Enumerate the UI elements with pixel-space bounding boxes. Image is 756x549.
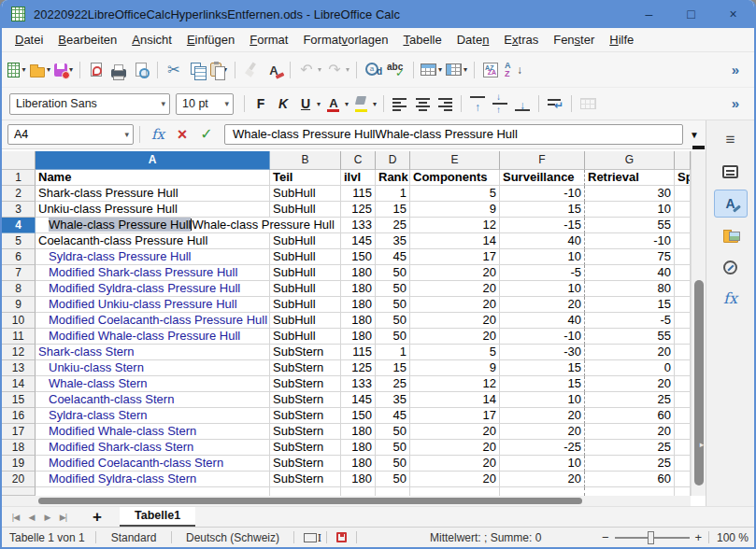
cut-button[interactable]	[163, 57, 185, 83]
cell-H19[interactable]	[675, 456, 691, 472]
sheet-count[interactable]: Tabelle 1 von 1	[2, 531, 95, 544]
cell-clipped[interactable]	[500, 487, 585, 496]
cell-D2[interactable]: 1	[376, 186, 410, 202]
redo-button[interactable]: ▾	[323, 57, 351, 83]
cell-E7[interactable]: 20	[410, 265, 500, 281]
chevron-down-icon[interactable]: ▾	[47, 65, 50, 74]
cell-G11[interactable]: 55	[585, 329, 675, 345]
cell-C17[interactable]: 180	[341, 424, 376, 440]
cancel-button[interactable]: ×	[170, 122, 194, 147]
cell-G19[interactable]: 25	[585, 456, 675, 472]
row-header-20[interactable]: 20	[2, 472, 36, 487]
cell-B2[interactable]: SubHull	[270, 186, 341, 202]
first-sheet-button[interactable]: |◀	[7, 508, 23, 527]
row-header-13[interactable]: 13	[2, 360, 36, 376]
insert-column-button[interactable]: ▾	[444, 57, 469, 83]
cell-H6[interactable]	[675, 249, 691, 265]
menu-einfuegen[interactable]: Einfügen	[179, 28, 242, 52]
menu-extras[interactable]: Extras	[496, 28, 546, 52]
cell-H3[interactable]	[675, 202, 691, 218]
cell-E15[interactable]: 14	[410, 392, 500, 408]
chevron-down-icon[interactable]: ▾	[346, 65, 349, 74]
cell-G13[interactable]: 0	[585, 360, 675, 376]
cell-H13[interactable]	[675, 360, 691, 376]
sheet-tab-tabelle1[interactable]: Tabelle1	[120, 507, 195, 528]
cell-G12[interactable]: 20	[585, 345, 675, 360]
selection-summary[interactable]: Mittelwert: ; Summe: 0	[422, 531, 549, 544]
cell-G3[interactable]: 10	[585, 202, 675, 218]
cell-C14[interactable]: 133	[341, 376, 376, 392]
cell-B9[interactable]: SubHull	[270, 297, 341, 313]
cell-D5[interactable]: 35	[376, 233, 410, 249]
highlight-color-button[interactable]: ▾	[350, 91, 378, 117]
horizontal-scrollbar-thumb[interactable]	[38, 498, 582, 504]
print-button[interactable]	[107, 57, 130, 83]
cell-H18[interactable]	[675, 440, 691, 456]
bold-button[interactable]: F	[250, 91, 272, 117]
cell-C1[interactable]: ilvl	[341, 170, 376, 186]
cell-F10[interactable]: 40	[500, 313, 585, 329]
cell-D8[interactable]: 50	[376, 281, 410, 297]
document-modified-icon[interactable]	[336, 532, 347, 542]
column-header-E[interactable]: E	[410, 151, 500, 170]
cell-edit-A4[interactable]: Whale-class Pressure HullWhale-class Pre…	[36, 218, 341, 233]
toolbar2-overflow-button[interactable]: »	[724, 91, 747, 117]
cell-B11[interactable]: SubHull	[270, 329, 341, 345]
cell-D10[interactable]: 50	[376, 313, 410, 329]
cell-E3[interactable]: 9	[410, 202, 500, 218]
cell-B1[interactable]: Teil	[270, 170, 341, 186]
find-replace-button[interactable]	[362, 57, 384, 83]
cell-A11[interactable]: Modified Whale-class Pressure Hull	[36, 329, 270, 345]
cell-B3[interactable]: SubHull	[270, 202, 341, 218]
chevron-down-icon[interactable]: ▾	[224, 99, 229, 108]
font-size-combo[interactable]: 10 pt ▾	[176, 93, 234, 115]
cell-C8[interactable]: 180	[341, 281, 376, 297]
cell-E5[interactable]: 14	[410, 233, 500, 249]
merge-cells-button[interactable]	[577, 91, 599, 117]
row-header-4[interactable]: 4	[2, 218, 36, 233]
cell-C19[interactable]: 180	[341, 456, 376, 472]
cell-E19[interactable]: 20	[410, 456, 500, 472]
menu-fenster[interactable]: Fenster	[546, 28, 602, 52]
sidebar-functions-fx-button[interactable]: fx	[714, 285, 748, 313]
font-color-button[interactable]: A▾	[322, 91, 350, 117]
cell-F19[interactable]: 10	[500, 456, 585, 472]
cell-C15[interactable]: 145	[341, 392, 376, 408]
cell-A6[interactable]: Syldra-class Pressure Hull	[36, 249, 270, 265]
text-language[interactable]: Deutsch (Schweiz)	[172, 531, 293, 544]
cell-H11[interactable]	[675, 329, 691, 345]
cell-C12[interactable]: 115	[341, 345, 376, 360]
cell-H8[interactable]	[675, 281, 691, 297]
row-header-1[interactable]: 1	[2, 170, 36, 186]
cell-B5[interactable]: SubHull	[270, 233, 341, 249]
cell-A14[interactable]: Whale-class Stern	[36, 376, 270, 392]
cell-G18[interactable]: 25	[585, 440, 675, 456]
cell-H20[interactable]	[675, 472, 691, 487]
cell-G9[interactable]: 15	[585, 297, 675, 313]
column-header-A[interactable]: A	[36, 151, 270, 170]
cell-A9[interactable]: Modified Unkiu-class Pressure Hull	[36, 297, 270, 313]
cell-C10[interactable]: 180	[341, 313, 376, 329]
cell-F2[interactable]: -10	[500, 186, 585, 202]
cell-F4[interactable]: -15	[500, 218, 585, 233]
column-header-G[interactable]: G	[585, 151, 675, 170]
clone-formatting-button[interactable]	[240, 57, 263, 83]
cell-B19[interactable]: SubStern	[270, 456, 341, 472]
cell-H17[interactable]	[675, 424, 691, 440]
cell-C11[interactable]: 180	[341, 329, 376, 345]
cell-A7[interactable]: Modified Shark-class Pressure Hull	[36, 265, 270, 281]
cell-clipped[interactable]	[585, 487, 675, 496]
cell-C7[interactable]: 180	[341, 265, 376, 281]
cell-F14[interactable]: 15	[500, 376, 585, 392]
cell-F13[interactable]: 15	[500, 360, 585, 376]
cell-H2[interactable]	[675, 186, 691, 202]
cell-F17[interactable]: 20	[500, 424, 585, 440]
cell-D17[interactable]: 50	[376, 424, 410, 440]
function-wizard-button[interactable]: fx	[146, 122, 170, 147]
column-header-C[interactable]: C	[341, 151, 376, 170]
cell-H10[interactable]	[675, 313, 691, 329]
align-left-button[interactable]	[389, 91, 411, 117]
menu-hilfe[interactable]: Hilfe	[602, 28, 641, 52]
cell-H4[interactable]	[675, 218, 691, 233]
row-header-10[interactable]: 10	[2, 313, 36, 329]
